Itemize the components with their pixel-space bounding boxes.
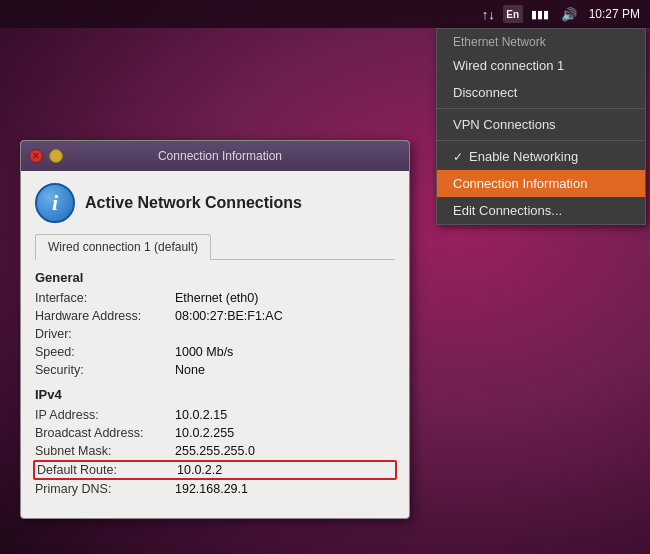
taskbar: ↑↓ En ▮▮▮ 🔊 10:27 PM (0, 0, 650, 28)
menu-item-disconnect[interactable]: Disconnect (437, 79, 645, 106)
network-dropdown-menu: Ethernet Network Wired connection 1 Disc… (436, 28, 646, 225)
minimize-button[interactable] (49, 149, 63, 163)
hardware-value: 08:00:27:BE:F1:AC (175, 309, 283, 323)
broadcast-value: 10.0.2.255 (175, 426, 234, 440)
security-value: None (175, 363, 205, 377)
row-subnet: Subnet Mask: 255.255.255.0 (35, 442, 395, 460)
dialog-titlebar: ✕ Connection Information (21, 141, 409, 171)
hardware-label: Hardware Address: (35, 309, 175, 323)
speed-label: Speed: (35, 345, 175, 359)
ipv4-section-title: IPv4 (35, 387, 395, 402)
menu-item-wired-connection[interactable]: Wired connection 1 (437, 52, 645, 79)
general-section: General Interface: Ethernet (eth0) Hardw… (35, 270, 395, 379)
close-button[interactable]: ✕ (29, 149, 43, 163)
row-ip-address: IP Address: 10.0.2.15 (35, 406, 395, 424)
language-indicator[interactable]: En (503, 5, 523, 23)
row-speed: Speed: 1000 Mb/s (35, 343, 395, 361)
tab-bar: Wired connection 1 (default) (35, 233, 395, 260)
clock: 10:27 PM (585, 5, 644, 23)
ip-value: 10.0.2.15 (175, 408, 227, 422)
row-interface: Interface: Ethernet (eth0) (35, 289, 395, 307)
battery-icon: ▮▮▮ (531, 8, 549, 21)
desktop: ↑↓ En ▮▮▮ 🔊 10:27 PM Ethernet Network Wi… (0, 0, 650, 554)
menu-item-enable-networking[interactable]: Enable Networking (437, 143, 645, 170)
general-section-title: General (35, 270, 395, 285)
dialog-heading: Active Network Connections (85, 194, 302, 212)
row-security: Security: None (35, 361, 395, 379)
volume-icon: 🔊 (561, 7, 577, 22)
driver-label: Driver: (35, 327, 175, 341)
default-route-value: 10.0.2.2 (177, 463, 222, 477)
row-driver: Driver: (35, 325, 395, 343)
info-icon: i (35, 183, 75, 223)
network-arrows-icon: ↑↓ (482, 7, 495, 22)
security-label: Security: (35, 363, 175, 377)
menu-header-ethernet: Ethernet Network (437, 29, 645, 52)
dialog-content: i Active Network Connections Wired conne… (21, 171, 409, 518)
battery-indicator: ▮▮▮ (527, 6, 553, 23)
speed-value: 1000 Mb/s (175, 345, 233, 359)
menu-separator-2 (437, 140, 645, 141)
dialog-title: Connection Information (69, 149, 371, 163)
broadcast-label: Broadcast Address: (35, 426, 175, 440)
default-route-label: Default Route: (37, 463, 177, 477)
menu-separator-1 (437, 108, 645, 109)
network-taskbar-icon[interactable]: ↑↓ (478, 5, 499, 24)
row-broadcast: Broadcast Address: 10.0.2.255 (35, 424, 395, 442)
subnet-label: Subnet Mask: (35, 444, 175, 458)
primary-dns-value: 192.168.29.1 (175, 482, 248, 496)
ipv4-section: IPv4 IP Address: 10.0.2.15 Broadcast Add… (35, 387, 395, 498)
row-primary-dns: Primary DNS: 192.168.29.1 (35, 480, 395, 498)
row-hardware-address: Hardware Address: 08:00:27:BE:F1:AC (35, 307, 395, 325)
interface-label: Interface: (35, 291, 175, 305)
connection-info-dialog: ✕ Connection Information i Active Networ… (20, 140, 410, 519)
row-default-route: Default Route: 10.0.2.2 (33, 460, 397, 480)
volume-indicator[interactable]: 🔊 (557, 5, 581, 24)
interface-value: Ethernet (eth0) (175, 291, 258, 305)
menu-item-connection-info[interactable]: Connection Information (437, 170, 645, 197)
menu-item-edit-connections[interactable]: Edit Connections... (437, 197, 645, 224)
primary-dns-label: Primary DNS: (35, 482, 175, 496)
dialog-header: i Active Network Connections (35, 183, 395, 223)
tab-wired-connection[interactable]: Wired connection 1 (default) (35, 234, 211, 260)
ip-label: IP Address: (35, 408, 175, 422)
subnet-value: 255.255.255.0 (175, 444, 255, 458)
menu-item-vpn[interactable]: VPN Connections (437, 111, 645, 138)
